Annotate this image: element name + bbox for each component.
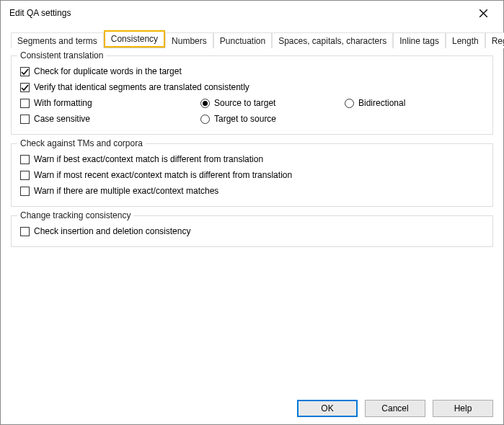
checkbox-warn-recent-match[interactable] (20, 171, 30, 180)
checkbox-insertion-deletion[interactable] (20, 227, 30, 236)
tab-panel-consistency: Consistent translation Check for duplica… (11, 48, 493, 395)
cancel-button[interactable]: Cancel (365, 400, 425, 417)
dialog-window: Edit QA settings Segments and terms Cons… (0, 0, 504, 425)
group-title: Change tracking consistency (17, 210, 133, 220)
radio-source-to-target[interactable] (200, 99, 210, 108)
tab-length[interactable]: Length (446, 32, 485, 48)
label-warn-multiple-matches: Warn if there are multiple exact/context… (34, 186, 218, 196)
ok-button[interactable]: OK (297, 400, 358, 417)
checkbox-duplicate-words[interactable] (20, 67, 30, 76)
group-consistent-translation: Consistent translation Check for duplica… (11, 55, 493, 135)
titlebar: Edit QA settings (1, 1, 503, 25)
label-source-to-target: Source to target (214, 98, 275, 108)
dialog-button-row: OK Cancel Help (11, 395, 493, 417)
window-title: Edit QA settings (9, 8, 469, 18)
label-with-formatting: With formatting (34, 98, 92, 108)
tab-segments-and-terms[interactable]: Segments and terms (11, 32, 104, 48)
group-tms-corpora: Check against TMs and corpora Warn if be… (11, 143, 493, 207)
tab-regex[interactable]: Regex (485, 32, 504, 48)
radio-bidirectional[interactable] (345, 99, 354, 108)
label-insertion-deletion: Check insertion and deletion consistency (34, 226, 190, 236)
close-button[interactable] (469, 3, 498, 23)
tab-spaces-capitals-characters[interactable]: Spaces, capitals, characters (272, 32, 393, 48)
checkmark-icon (21, 84, 29, 91)
checkbox-warn-multiple-matches[interactable] (20, 187, 30, 196)
group-change-tracking: Change tracking consistency Check insert… (11, 215, 493, 247)
checkbox-case-sensitive[interactable] (20, 115, 30, 124)
tab-inline-tags[interactable]: Inline tags (393, 32, 446, 48)
checkbox-with-formatting[interactable] (20, 99, 30, 108)
group-title: Check against TMs and corpora (17, 138, 146, 148)
group-title: Consistent translation (17, 50, 106, 61)
help-button[interactable]: Help (433, 400, 493, 417)
tab-punctuation[interactable]: Punctuation (213, 32, 272, 48)
close-icon (479, 9, 487, 17)
label-case-sensitive: Case sensitive (34, 114, 90, 124)
label-duplicate-words: Check for duplicate words in the target (34, 66, 182, 76)
checkbox-warn-best-match[interactable] (20, 155, 30, 164)
checkmark-icon (21, 68, 29, 76)
tab-numbers[interactable]: Numbers (165, 32, 213, 48)
label-verify-identical: Verify that identical segments are trans… (34, 82, 249, 92)
tab-bar: Segments and terms Consistency Numbers P… (11, 31, 493, 48)
dialog-content: Segments and terms Consistency Numbers P… (1, 25, 503, 424)
radio-target-to-source[interactable] (200, 115, 210, 124)
label-bidirectional: Bidirectional (358, 98, 405, 108)
tab-consistency[interactable]: Consistency (104, 30, 165, 48)
checkbox-verify-identical[interactable] (20, 83, 30, 92)
label-warn-best-match: Warn if best exact/context match is diff… (34, 154, 263, 164)
label-target-to-source: Target to source (214, 114, 276, 124)
label-warn-recent-match: Warn if most recent exact/context match … (34, 170, 292, 180)
